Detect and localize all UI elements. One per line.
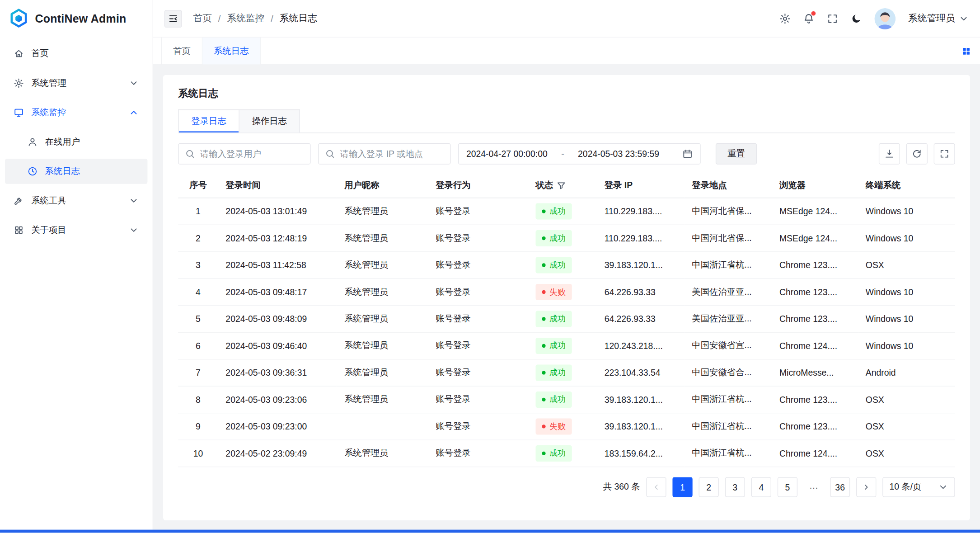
login-user-search[interactable] <box>178 143 310 165</box>
gear-icon <box>779 13 791 24</box>
page-number[interactable]: 1 <box>672 477 692 497</box>
reset-button[interactable]: 重置 <box>716 143 757 165</box>
avatar[interactable] <box>874 8 896 29</box>
cell-no: 3 <box>178 251 218 278</box>
sidebar-item-system-tools[interactable]: 系统工具 <box>5 188 147 213</box>
cell-behavior: 账号登录 <box>428 332 528 359</box>
app-logo[interactable]: ContiNew Admin <box>0 0 153 38</box>
sidebar-item-online-users[interactable]: 在线用户 <box>5 129 147 154</box>
status-dot-icon <box>542 236 545 240</box>
prev-page-button[interactable] <box>646 477 666 497</box>
sidebar-item-about[interactable]: 关于项目 <box>5 217 147 242</box>
system-log-card: 系统日志 登录日志 操作日志 2024-04-27 00:00:00 - 202… <box>163 75 970 520</box>
page-number[interactable]: 2 <box>699 477 719 497</box>
table-row[interactable]: 7 2024-05-03 09:36:31 系统管理员 账号登录 成功 223.… <box>178 359 955 386</box>
theme-toggle-button[interactable] <box>851 13 862 24</box>
cell-location: 中国安徽省宣... <box>685 332 772 359</box>
cell-os: Windows 10 <box>858 198 955 224</box>
cell-browser: Chrome 123.... <box>772 305 858 332</box>
cell-time: 2024-05-03 09:48:09 <box>218 305 337 332</box>
sidebar-item-home[interactable]: 首页 <box>5 41 147 66</box>
cell-ip: 64.226.93.33 <box>597 305 685 332</box>
page-number[interactable]: 5 <box>778 477 797 497</box>
table-row[interactable]: 1 2024-05-03 13:01:49 系统管理员 账号登录 成功 110.… <box>178 198 955 224</box>
cell-os: Windows 10 <box>858 225 955 251</box>
cell-nickname: 系统管理员 <box>337 251 428 278</box>
sidebar-item-system-logs[interactable]: 系统日志 <box>5 159 147 184</box>
login-user-input[interactable] <box>200 149 304 159</box>
cell-nickname: 系统管理员 <box>337 278 428 305</box>
status-badge: 成功 <box>535 445 572 461</box>
status-badge: 成功 <box>535 257 572 273</box>
table-row[interactable]: 3 2024-05-03 11:42:58 系统管理员 账号登录 成功 39.1… <box>178 251 955 278</box>
login-ip-search[interactable] <box>318 143 450 165</box>
fullscreen-button[interactable] <box>827 13 838 24</box>
chevron-right-icon <box>862 482 871 491</box>
status-label: 成功 <box>549 367 566 378</box>
cell-behavior: 账号登录 <box>428 305 528 332</box>
cell-no: 4 <box>178 278 218 305</box>
status-dot-icon <box>542 451 545 455</box>
pagination: 共 360 条 12345···36 10 条/页 <box>178 477 955 497</box>
tab-system-logs[interactable]: 系统日志 <box>202 38 261 64</box>
page-number[interactable]: 4 <box>751 477 771 497</box>
gear-icon <box>14 78 23 88</box>
tab-home[interactable]: 首页 <box>161 38 202 64</box>
cell-behavior: 账号登录 <box>428 225 528 251</box>
page-number[interactable]: ··· <box>804 477 824 497</box>
filter-icon[interactable] <box>556 181 566 191</box>
cell-ip: 120.243.218.... <box>597 332 685 359</box>
cell-os: OSX <box>858 439 955 466</box>
column-header: 终端系统 <box>858 175 955 198</box>
cell-browser: MSEdge 124... <box>772 225 858 251</box>
table-fullscreen-button[interactable] <box>934 143 955 165</box>
export-button[interactable] <box>879 143 900 165</box>
status-dot-icon <box>542 425 545 428</box>
breadcrumb-home[interactable]: 首页 <box>193 13 211 24</box>
breadcrumb-system-monitor[interactable]: 系统监控 <box>227 13 264 24</box>
cell-location: 美国佐治亚亚... <box>685 305 772 332</box>
tab-login-logs[interactable]: 登录日志 <box>178 109 239 132</box>
notifications-button[interactable] <box>803 13 815 24</box>
tab-operation-logs[interactable]: 操作日志 <box>239 109 300 132</box>
status-label: 成功 <box>549 394 566 405</box>
page-number[interactable]: 36 <box>830 477 850 497</box>
sidebar-item-label: 系统工具 <box>31 195 121 207</box>
sidebar-item-system-monitor[interactable]: 系统监控 <box>5 100 147 125</box>
table-row[interactable]: 5 2024-05-03 09:48:09 系统管理员 账号登录 成功 64.2… <box>178 305 955 332</box>
cell-behavior: 账号登录 <box>428 251 528 278</box>
cell-nickname: 系统管理员 <box>337 225 428 251</box>
cell-behavior: 账号登录 <box>428 386 528 412</box>
page-tabs-bar: 首页 系统日志 <box>153 38 980 65</box>
column-header: 登录地点 <box>685 175 772 198</box>
cell-os: Android <box>858 359 955 386</box>
sidebar-item-label: 关于项目 <box>31 225 121 236</box>
user-menu[interactable]: 系统管理员 <box>908 13 969 24</box>
cell-location: 中国河北省保... <box>685 225 772 251</box>
page-size-select[interactable]: 10 条/页 <box>882 477 955 497</box>
table-row[interactable]: 4 2024-05-03 09:48:17 系统管理员 账号登录 失败 64.2… <box>178 278 955 305</box>
cell-nickname: 系统管理员 <box>337 332 428 359</box>
table-row[interactable]: 8 2024-05-03 09:23:06 系统管理员 账号登录 成功 39.1… <box>178 386 955 412</box>
breadcrumb: 首页 / 系统监控 / 系统日志 <box>193 13 317 24</box>
table-row[interactable]: 2 2024-05-03 12:48:19 系统管理员 账号登录 成功 110.… <box>178 225 955 251</box>
cell-status: 成功 <box>528 386 597 412</box>
login-ip-input[interactable] <box>340 149 444 159</box>
date-range-picker[interactable]: 2024-04-27 00:00:00 - 2024-05-03 23:59:5… <box>458 143 701 165</box>
cell-time: 2024-05-03 12:48:19 <box>218 225 337 251</box>
tabs-grid-button[interactable] <box>961 46 971 56</box>
cell-status: 成功 <box>528 305 597 332</box>
sidebar-collapse-button[interactable] <box>164 9 182 27</box>
sidebar-item-system-management[interactable]: 系统管理 <box>5 71 147 95</box>
date-end: 2024-05-03 23:59:59 <box>578 149 659 159</box>
table-row[interactable]: 9 2024-05-03 09:23:00 账号登录 失败 39.183.120… <box>178 413 955 439</box>
table-row[interactable]: 10 2024-05-02 23:09:49 系统管理员 账号登录 成功 183… <box>178 439 955 466</box>
next-page-button[interactable] <box>856 477 876 497</box>
refresh-button[interactable] <box>906 143 928 165</box>
app-title: ContiNew Admin <box>35 12 126 25</box>
settings-button[interactable] <box>779 13 791 24</box>
table-row[interactable]: 6 2024-05-03 09:46:40 系统管理员 账号登录 成功 120.… <box>178 332 955 359</box>
breadcrumb-current: 系统日志 <box>280 13 317 24</box>
column-header-label: 状态 <box>535 180 553 192</box>
page-number[interactable]: 3 <box>725 477 745 497</box>
